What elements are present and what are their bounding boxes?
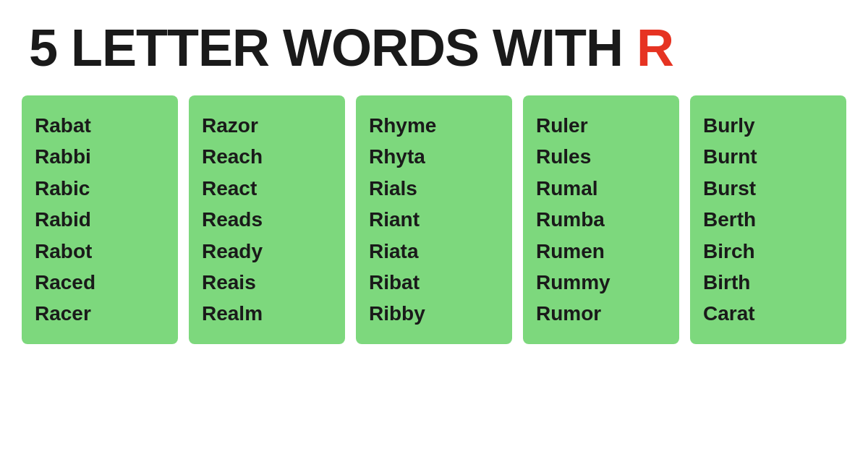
word-item: Reads xyxy=(202,204,332,235)
word-item: React xyxy=(202,173,332,204)
word-item: Ribby xyxy=(369,298,499,329)
word-item: Rumor xyxy=(536,298,666,329)
word-column-4: RulerRulesRumalRumbaRumenRummyRumor xyxy=(523,95,679,344)
word-item: Rumba xyxy=(536,204,666,235)
word-item: Rabic xyxy=(35,173,165,204)
title-prefix: 5 LETTER WORDS WITH xyxy=(29,19,637,77)
word-item: Birch xyxy=(703,236,833,267)
word-item: Rumen xyxy=(536,236,666,267)
word-item: Rabat xyxy=(35,110,165,141)
word-item: Birth xyxy=(703,267,833,298)
word-columns: RabatRabbiRabicRabidRabotRacedRacerRazor… xyxy=(0,88,868,351)
word-item: Rules xyxy=(536,141,666,172)
word-item: Ruler xyxy=(536,110,666,141)
word-item: Raced xyxy=(35,267,165,298)
word-item: Rhyta xyxy=(369,141,499,172)
word-item: Burst xyxy=(703,173,833,204)
word-column-1: RabatRabbiRabicRabidRabotRacedRacer xyxy=(22,95,178,344)
word-item: Rabid xyxy=(35,204,165,235)
word-item: Rhyme xyxy=(369,110,499,141)
word-item: Ribat xyxy=(369,267,499,298)
word-item: Burly xyxy=(703,110,833,141)
word-column-3: RhymeRhytaRialsRiantRiataRibatRibby xyxy=(356,95,512,344)
word-column-2: RazorReachReactReadsReadyReaisRealm xyxy=(189,95,345,344)
word-item: Riata xyxy=(369,236,499,267)
word-item: Rabot xyxy=(35,236,165,267)
word-item: Rabbi xyxy=(35,141,165,172)
title-letter: R xyxy=(637,19,673,77)
word-item: Burnt xyxy=(703,141,833,172)
word-item: Realm xyxy=(202,298,332,329)
word-item: Reais xyxy=(202,267,332,298)
word-item: Riant xyxy=(369,204,499,235)
word-item: Racer xyxy=(35,298,165,329)
word-column-5: BurlyBurntBurstBerthBirchBirthCarat xyxy=(690,95,846,344)
word-item: Berth xyxy=(703,204,833,235)
word-item: Rials xyxy=(369,173,499,204)
word-item: Rumal xyxy=(536,173,666,204)
word-item: Ready xyxy=(202,236,332,267)
word-item: Rummy xyxy=(536,267,666,298)
word-item: Carat xyxy=(703,298,833,329)
page-header: 5 LETTER WORDS WITH R xyxy=(0,0,868,88)
word-item: Razor xyxy=(202,110,332,141)
word-item: Reach xyxy=(202,141,332,172)
page-title: 5 LETTER WORDS WITH R xyxy=(29,22,839,74)
